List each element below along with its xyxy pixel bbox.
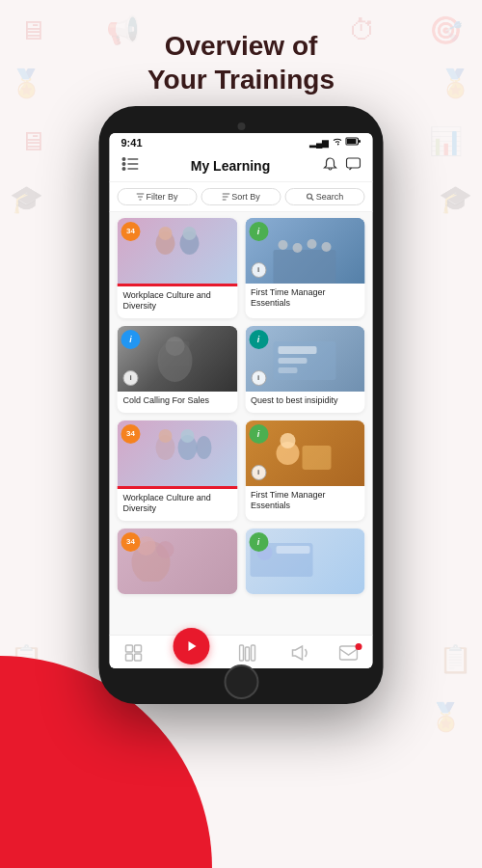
signal-icon: ▂▄▆ [309, 138, 329, 148]
nav-item-play[interactable] [173, 641, 209, 665]
info-overlay-3: i [123, 370, 139, 386]
svg-rect-44 [126, 654, 133, 661]
course-title-6: First Time Manager Essentials [245, 486, 365, 518]
course-card-6[interactable]: i i First Time Manager Essentials [245, 420, 365, 521]
nav-item-grid[interactable] [124, 643, 144, 663]
svg-rect-27 [279, 367, 298, 373]
bg-icon-10: 🎓 [439, 183, 472, 215]
chat-icon[interactable] [346, 156, 362, 176]
course-title-3: Cold Calling For Sales [118, 392, 238, 413]
course-grid: 34 Workplace Culture and Diversity [118, 218, 365, 594]
course-badge-6: i [249, 424, 268, 444]
info-overlay-4: i [251, 370, 266, 386]
course-image-8: i [245, 529, 365, 594]
svg-point-34 [281, 433, 296, 448]
course-image-3: i i [118, 326, 238, 392]
svg-rect-9 [347, 158, 361, 168]
course-card-1[interactable]: 34 Workplace Culture and Diversity [118, 218, 238, 318]
header-title: My Learning [191, 158, 270, 174]
course-image-4: i i [245, 326, 365, 392]
filter-bar: Filter By Sort By Search [110, 182, 373, 212]
phone-frame: 9:41 ▂▄▆ My Learning [99, 106, 384, 704]
bell-icon[interactable] [323, 156, 338, 176]
bottom-nav [110, 635, 373, 668]
course-badge-5: 34 [121, 424, 141, 444]
course-badge-4: i [249, 330, 268, 349]
svg-point-20 [322, 242, 332, 252]
svg-rect-23 [160, 341, 189, 366]
svg-rect-26 [279, 358, 308, 364]
camera-dot [237, 122, 245, 130]
phone-screen: 9:41 ▂▄▆ My Learning [110, 133, 373, 668]
filter-by-button[interactable]: Filter By [118, 188, 198, 205]
status-time: 9:41 [121, 137, 143, 149]
course-badge-2: i [249, 222, 268, 241]
course-image-7: 34 [118, 529, 238, 594]
course-title-2: First Time Manager Essentials [245, 284, 365, 315]
svg-point-13 [158, 227, 172, 240]
course-image-6: i i [245, 420, 365, 486]
svg-rect-42 [126, 645, 133, 652]
svg-rect-1 [347, 139, 357, 144]
home-button[interactable] [224, 665, 258, 699]
svg-point-17 [279, 240, 288, 250]
bg-icon-9: 🎓 [10, 183, 43, 215]
svg-rect-43 [135, 645, 142, 652]
course-card-4[interactable]: i i Quest to best insipidity [245, 326, 365, 413]
wifi-icon [333, 137, 343, 148]
course-card-5[interactable]: 34 Workplace Culture and Diversity [118, 420, 238, 521]
svg-rect-49 [252, 645, 255, 661]
course-card-2[interactable]: i i First Time Manager Essentials [245, 218, 365, 318]
svg-rect-47 [240, 645, 244, 661]
svg-rect-50 [339, 646, 357, 660]
search-button[interactable]: Search [285, 188, 365, 205]
svg-point-3 [122, 157, 126, 161]
svg-point-31 [180, 429, 194, 443]
info-overlay-6: i [251, 465, 266, 480]
svg-rect-35 [303, 446, 332, 470]
app-header: My Learning [110, 150, 373, 182]
course-card-3[interactable]: i i Cold Calling For Sales [118, 326, 238, 413]
svg-rect-16 [274, 250, 336, 284]
status-icons: ▂▄▆ [309, 137, 361, 148]
svg-point-19 [308, 239, 317, 249]
svg-rect-25 [279, 346, 317, 354]
nav-item-library[interactable] [239, 644, 260, 662]
info-overlay-2: i [251, 262, 266, 278]
course-title-4: Quest to best insipidity [245, 392, 365, 413]
course-image-2: i i [245, 218, 365, 284]
svg-point-32 [196, 436, 211, 459]
course-card-8[interactable]: i [245, 529, 365, 594]
header-actions [323, 156, 362, 176]
course-badge-8: i [249, 532, 268, 552]
course-title-1: Workplace Culture and Diversity [118, 286, 238, 318]
course-badge-7: 34 [121, 532, 141, 552]
svg-point-10 [308, 194, 312, 199]
page-title: Overview of Your Trainings [0, 29, 482, 96]
phone-top-bar [99, 116, 384, 133]
svg-line-11 [311, 198, 314, 201]
bg-icon-8: 📊 [429, 125, 463, 157]
nav-item-megaphone[interactable] [290, 644, 309, 662]
phone-bottom [99, 668, 384, 695]
svg-point-7 [122, 167, 126, 171]
svg-rect-2 [359, 140, 361, 143]
course-card-7[interactable]: 34 [118, 529, 238, 594]
svg-point-15 [182, 227, 196, 240]
svg-point-18 [293, 243, 303, 253]
svg-rect-48 [246, 647, 250, 661]
course-title-5: Workplace Culture and Diversity [118, 489, 238, 521]
svg-marker-46 [188, 641, 196, 651]
course-badge-3: i [121, 330, 141, 349]
menu-icon[interactable] [121, 157, 139, 175]
nav-item-mail[interactable] [338, 645, 358, 661]
bg-icon-14: 🏅 [429, 701, 463, 733]
svg-point-5 [122, 162, 126, 166]
play-button-center[interactable] [173, 628, 209, 665]
sort-by-button[interactable]: Sort By [201, 188, 281, 205]
status-bar: 9:41 ▂▄▆ [110, 133, 373, 150]
course-list[interactable]: 34 Workplace Culture and Diversity [110, 212, 373, 635]
svg-point-38 [157, 541, 174, 558]
svg-rect-45 [135, 654, 142, 661]
svg-rect-41 [276, 546, 309, 554]
